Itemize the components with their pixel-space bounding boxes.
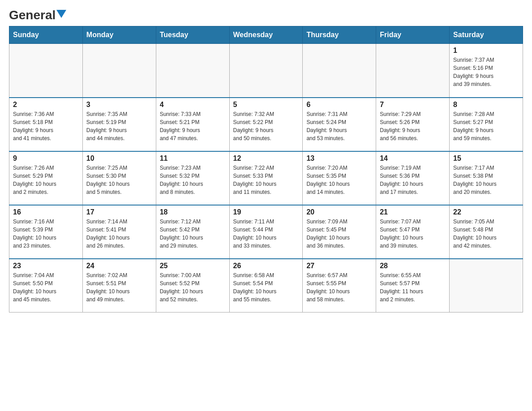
day-info: Sunrise: 7:33 AM Sunset: 5:21 PM Dayligh…	[160, 110, 226, 142]
calendar-cell: 2Sunrise: 7:36 AM Sunset: 5:18 PM Daylig…	[9, 98, 83, 151]
calendar-cell: 23Sunrise: 7:04 AM Sunset: 5:50 PM Dayli…	[9, 259, 83, 313]
day-number: 19	[233, 208, 299, 216]
day-number: 10	[86, 154, 152, 163]
day-number: 4	[160, 101, 226, 109]
calendar-cell: 9Sunrise: 7:26 AM Sunset: 5:29 PM Daylig…	[9, 151, 83, 205]
day-info: Sunrise: 6:57 AM Sunset: 5:55 PM Dayligh…	[306, 271, 372, 304]
day-number: 15	[453, 154, 519, 163]
calendar-cell: 26Sunrise: 6:58 AM Sunset: 5:54 PM Dayli…	[229, 259, 303, 313]
calendar-cell: 8Sunrise: 7:28 AM Sunset: 5:27 PM Daylig…	[450, 98, 523, 151]
day-info: Sunrise: 7:31 AM Sunset: 5:24 PM Dayligh…	[306, 110, 372, 142]
day-info: Sunrise: 7:19 AM Sunset: 5:36 PM Dayligh…	[380, 164, 446, 196]
day-info: Sunrise: 7:20 AM Sunset: 5:35 PM Dayligh…	[306, 164, 372, 196]
day-number: 27	[306, 262, 372, 270]
col-saturday: Saturday	[450, 26, 523, 44]
day-number: 13	[306, 154, 372, 163]
logo-general: General	[9, 9, 56, 21]
day-number: 8	[453, 101, 519, 109]
day-info: Sunrise: 7:04 AM Sunset: 5:50 PM Dayligh…	[13, 271, 79, 304]
day-number: 9	[13, 154, 79, 163]
day-number: 1	[453, 47, 519, 55]
day-number: 28	[380, 262, 446, 270]
day-info: Sunrise: 7:07 AM Sunset: 5:47 PM Dayligh…	[380, 218, 446, 250]
day-info: Sunrise: 7:29 AM Sunset: 5:26 PM Dayligh…	[380, 110, 446, 142]
day-info: Sunrise: 7:12 AM Sunset: 5:42 PM Dayligh…	[160, 218, 226, 250]
day-info: Sunrise: 7:26 AM Sunset: 5:29 PM Dayligh…	[13, 164, 79, 196]
calendar-cell	[156, 44, 229, 98]
calendar-cell: 12Sunrise: 7:22 AM Sunset: 5:33 PM Dayli…	[229, 151, 303, 205]
day-number: 25	[160, 262, 226, 270]
day-number: 11	[160, 154, 226, 163]
calendar-cell: 17Sunrise: 7:14 AM Sunset: 5:41 PM Dayli…	[82, 205, 156, 259]
calendar-cell: 27Sunrise: 6:57 AM Sunset: 5:55 PM Dayli…	[303, 259, 376, 313]
calendar-cell: 3Sunrise: 7:35 AM Sunset: 5:19 PM Daylig…	[82, 98, 156, 151]
calendar-cell	[303, 44, 376, 98]
calendar-cell	[82, 44, 156, 98]
day-info: Sunrise: 7:37 AM Sunset: 5:16 PM Dayligh…	[453, 56, 519, 88]
day-info: Sunrise: 7:14 AM Sunset: 5:41 PM Dayligh…	[86, 218, 152, 250]
day-number: 24	[86, 262, 152, 270]
day-info: Sunrise: 7:35 AM Sunset: 5:19 PM Dayligh…	[86, 110, 152, 142]
day-info: Sunrise: 7:32 AM Sunset: 5:22 PM Dayligh…	[233, 110, 299, 142]
calendar-cell: 14Sunrise: 7:19 AM Sunset: 5:36 PM Dayli…	[376, 151, 450, 205]
calendar-cell: 4Sunrise: 7:33 AM Sunset: 5:21 PM Daylig…	[156, 98, 229, 151]
calendar-cell: 20Sunrise: 7:09 AM Sunset: 5:45 PM Dayli…	[303, 205, 376, 259]
col-monday: Monday	[82, 26, 156, 44]
day-info: Sunrise: 7:25 AM Sunset: 5:30 PM Dayligh…	[86, 164, 152, 196]
calendar-cell	[229, 44, 303, 98]
calendar-cell: 5Sunrise: 7:32 AM Sunset: 5:22 PM Daylig…	[229, 98, 303, 151]
calendar-cell: 11Sunrise: 7:23 AM Sunset: 5:32 PM Dayli…	[156, 151, 229, 205]
calendar-cell: 10Sunrise: 7:25 AM Sunset: 5:30 PM Dayli…	[82, 151, 156, 205]
svg-marker-0	[56, 10, 66, 18]
day-info: Sunrise: 7:23 AM Sunset: 5:32 PM Dayligh…	[160, 164, 226, 196]
day-number: 17	[86, 208, 152, 216]
day-info: Sunrise: 7:09 AM Sunset: 5:45 PM Dayligh…	[306, 218, 372, 250]
day-info: Sunrise: 7:00 AM Sunset: 5:52 PM Dayligh…	[160, 271, 226, 304]
day-info: Sunrise: 7:16 AM Sunset: 5:39 PM Dayligh…	[13, 218, 79, 250]
day-info: Sunrise: 7:36 AM Sunset: 5:18 PM Dayligh…	[13, 110, 79, 142]
day-number: 12	[233, 154, 299, 163]
page-header: General	[9, 9, 523, 21]
calendar-cell: 19Sunrise: 7:11 AM Sunset: 5:44 PM Dayli…	[229, 205, 303, 259]
day-number: 5	[233, 101, 299, 109]
col-tuesday: Tuesday	[156, 26, 229, 44]
calendar-cell: 25Sunrise: 7:00 AM Sunset: 5:52 PM Dayli…	[156, 259, 229, 313]
calendar-header-row: Sunday Monday Tuesday Wednesday Thursday…	[9, 26, 523, 44]
day-number: 23	[13, 262, 79, 270]
calendar-cell: 18Sunrise: 7:12 AM Sunset: 5:42 PM Dayli…	[156, 205, 229, 259]
day-number: 21	[380, 208, 446, 216]
day-number: 3	[86, 101, 152, 109]
calendar-table: Sunday Monday Tuesday Wednesday Thursday…	[9, 26, 523, 313]
calendar-cell: 1Sunrise: 7:37 AM Sunset: 5:16 PM Daylig…	[450, 44, 523, 98]
calendar-cell: 28Sunrise: 6:55 AM Sunset: 5:57 PM Dayli…	[376, 259, 450, 313]
logo-arrow-icon	[56, 10, 66, 20]
day-info: Sunrise: 7:02 AM Sunset: 5:51 PM Dayligh…	[86, 271, 152, 304]
calendar-cell: 13Sunrise: 7:20 AM Sunset: 5:35 PM Dayli…	[303, 151, 376, 205]
calendar-cell: 22Sunrise: 7:05 AM Sunset: 5:48 PM Dayli…	[450, 205, 523, 259]
logo: General	[9, 9, 66, 21]
col-sunday: Sunday	[9, 26, 83, 44]
calendar-cell: 7Sunrise: 7:29 AM Sunset: 5:26 PM Daylig…	[376, 98, 450, 151]
day-number: 2	[13, 101, 79, 109]
day-info: Sunrise: 6:58 AM Sunset: 5:54 PM Dayligh…	[233, 271, 299, 304]
day-info: Sunrise: 7:28 AM Sunset: 5:27 PM Dayligh…	[453, 110, 519, 142]
day-info: Sunrise: 6:55 AM Sunset: 5:57 PM Dayligh…	[380, 271, 446, 304]
day-info: Sunrise: 7:05 AM Sunset: 5:48 PM Dayligh…	[453, 218, 519, 250]
col-wednesday: Wednesday	[229, 26, 303, 44]
col-friday: Friday	[376, 26, 450, 44]
day-number: 14	[380, 154, 446, 163]
calendar-cell	[9, 44, 83, 98]
calendar-cell: 15Sunrise: 7:17 AM Sunset: 5:38 PM Dayli…	[450, 151, 523, 205]
day-info: Sunrise: 7:11 AM Sunset: 5:44 PM Dayligh…	[233, 218, 299, 250]
calendar-cell	[450, 259, 523, 313]
day-number: 16	[13, 208, 79, 216]
day-info: Sunrise: 7:22 AM Sunset: 5:33 PM Dayligh…	[233, 164, 299, 196]
calendar-cell	[376, 44, 450, 98]
calendar-cell: 21Sunrise: 7:07 AM Sunset: 5:47 PM Dayli…	[376, 205, 450, 259]
day-number: 22	[453, 208, 519, 216]
day-number: 6	[306, 101, 372, 109]
calendar-cell: 6Sunrise: 7:31 AM Sunset: 5:24 PM Daylig…	[303, 98, 376, 151]
day-number: 7	[380, 101, 446, 109]
day-number: 26	[233, 262, 299, 270]
day-number: 20	[306, 208, 372, 216]
